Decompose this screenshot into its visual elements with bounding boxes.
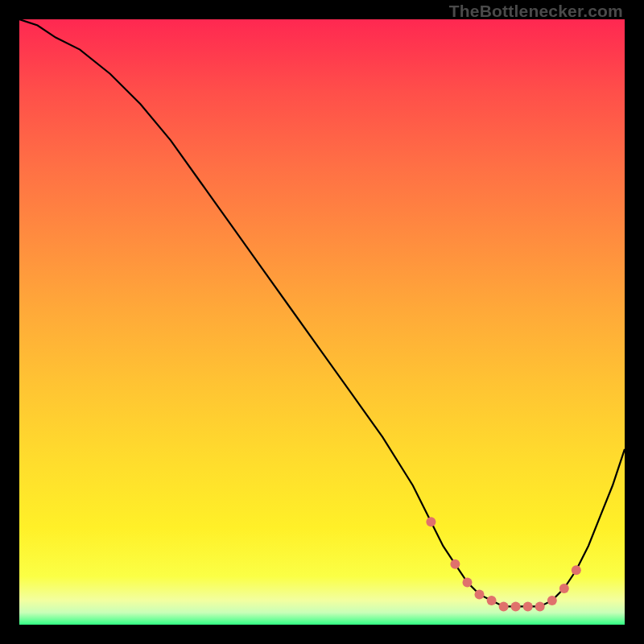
- optimal-marker: [511, 601, 521, 611]
- optimal-marker: [559, 584, 569, 593]
- optimal-marker: [487, 596, 497, 605]
- optimal-marker: [475, 589, 485, 599]
- optimal-marker: [535, 601, 545, 611]
- bottleneck-curve: [19, 19, 625, 606]
- optimal-marker: [499, 601, 509, 611]
- attribution-text: TheBottlenecker.com: [449, 2, 623, 21]
- optimal-marker: [450, 559, 460, 569]
- chart-area: [19, 19, 625, 625]
- optimal-marker: [547, 596, 557, 605]
- chart-svg: [19, 19, 625, 625]
- optimal-marker: [523, 601, 533, 611]
- optimal-marker: [572, 565, 581, 575]
- optimal-marker: [426, 517, 436, 526]
- optimal-marker: [463, 577, 473, 587]
- optimal-range-markers: [426, 517, 580, 611]
